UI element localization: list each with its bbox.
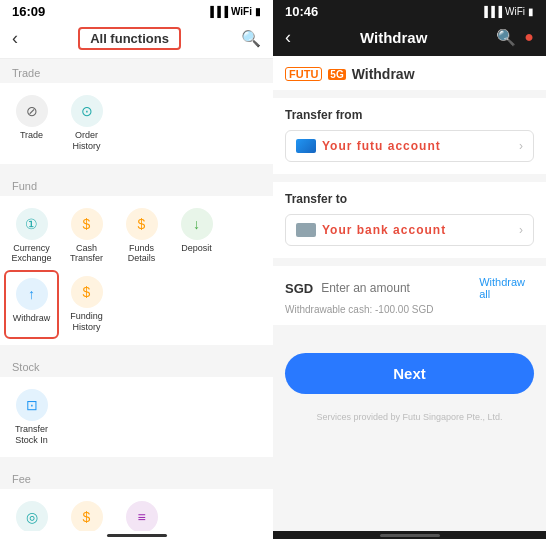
fee-calculator-icon: ◎ [16, 501, 48, 531]
withdraw-label: Withdraw [13, 313, 51, 324]
order-history-label: Order History [61, 130, 112, 152]
sgd-row: SGD Withdraw all [285, 276, 534, 300]
bank-account-icon [296, 223, 316, 237]
funds-details-item[interactable]: $ Funds Details [114, 202, 169, 271]
page-title: Withdraw [360, 29, 427, 46]
back-button-left[interactable]: ‹ [12, 28, 18, 49]
right-panel: 10:46 ▐▐▐ WiFi ▮ ‹ Withdraw 🔍 ● FUTU 5G … [273, 0, 546, 539]
currency-exchange-icon: ① [16, 208, 48, 240]
sgd-label: SGD [285, 281, 313, 296]
transfer-from-section: Transfer from Your futu account › [273, 98, 546, 174]
status-icons-right: ▐▐▐ WiFi ▮ [481, 6, 534, 17]
funding-history-icon: $ [71, 276, 103, 308]
fee-schedule-icon: $ [71, 501, 103, 531]
header-right: ‹ Withdraw 🔍 ● [273, 21, 546, 56]
bank-account-selector[interactable]: Your bank account › [285, 214, 534, 246]
section-fee-label: Fee [0, 465, 273, 489]
currency-exchange-label: Currency Exchange [6, 243, 57, 265]
fee-schedule-item[interactable]: $ Fee Schedule [59, 495, 114, 531]
header-left: ‹ All functions 🔍 [0, 21, 273, 59]
deposit-label: Deposit [181, 243, 212, 254]
withdrawable-info: Withdrawable cash: -100.00 SGD [285, 304, 534, 315]
amount-section: SGD Withdraw all Withdrawable cash: -100… [273, 266, 546, 325]
right-content: FUTU 5G Withdraw Transfer from Your futu… [273, 56, 546, 531]
home-indicator-left [107, 534, 167, 537]
withdraw-title: Withdraw [352, 66, 415, 82]
wifi-icon: WiFi [231, 6, 252, 17]
trade-label: Trade [20, 130, 43, 141]
transfer-to-label: Transfer to [285, 192, 534, 206]
deposit-item[interactable]: ↓ Deposit [169, 202, 224, 271]
withdraw-header: FUTU 5G Withdraw [273, 56, 546, 90]
futu-account-name: Your futu account [322, 139, 441, 153]
order-history-item[interactable]: ⊙ Order History [59, 89, 114, 158]
funding-history-item[interactable]: $ Funding History [59, 270, 114, 339]
trade-icon: ⊘ [16, 95, 48, 127]
next-button[interactable]: Next [285, 353, 534, 394]
battery-icon: ▮ [255, 6, 261, 17]
transfer-stock-label: Transfer Stock In [6, 424, 57, 446]
cash-transfer-label: Cash Transfer [61, 243, 112, 265]
home-indicator-right [380, 534, 440, 537]
funding-history-label: Funding History [61, 311, 112, 333]
withdraw-all-button[interactable]: Withdraw all [479, 276, 534, 300]
bank-account-name: Your bank account [322, 223, 446, 237]
transfer-stock-icon: ⊡ [16, 389, 48, 421]
currency-exchange-item[interactable]: ① Currency Exchange [4, 202, 59, 271]
battery-icon-right: ▮ [528, 6, 534, 17]
my-fees-icon: ≡ [126, 501, 158, 531]
futu-account-selector[interactable]: Your futu account › [285, 130, 534, 162]
funds-details-label: Funds Details [116, 243, 167, 265]
fee-calculator-item[interactable]: ◎ Fee Calculator [4, 495, 59, 531]
section-trade-label: Trade [0, 59, 273, 83]
order-history-icon: ⊙ [71, 95, 103, 127]
funds-details-icon: $ [126, 208, 158, 240]
all-functions-label: All functions [78, 27, 181, 50]
time-right: 10:46 [285, 4, 318, 19]
cash-transfer-item[interactable]: $ Cash Transfer [59, 202, 114, 271]
fee-grid: ◎ Fee Calculator $ Fee Schedule ≡ My Fee… [0, 489, 273, 531]
cash-transfer-icon: $ [71, 208, 103, 240]
search-icon-right[interactable]: 🔍 [496, 28, 516, 47]
chevron-down-icon-futu: › [519, 139, 523, 153]
left-panel: 16:09 ▐▐▐ WiFi ▮ ‹ All functions 🔍 Trade… [0, 0, 273, 539]
amount-input[interactable] [321, 281, 471, 295]
trade-item[interactable]: ⊘ Trade [4, 89, 59, 158]
deposit-icon: ↓ [181, 208, 213, 240]
transfer-to-section: Transfer to Your bank account › [273, 182, 546, 258]
status-icons-left: ▐▐▐ WiFi ▮ [207, 6, 261, 17]
status-bar-left: 16:09 ▐▐▐ WiFi ▮ [0, 0, 273, 21]
my-fees-item[interactable]: ≡ My Fees [114, 495, 169, 531]
bottom-bar-left [0, 531, 273, 539]
section-stock-label: Stock [0, 353, 273, 377]
trade-grid: ⊘ Trade ⊙ Order History [0, 83, 273, 164]
bank-account-left: Your bank account [296, 223, 446, 237]
fund-grid: ① Currency Exchange $ Cash Transfer $ Fu… [0, 196, 273, 345]
futu-account-icon [296, 139, 316, 153]
search-icon-left[interactable]: 🔍 [241, 29, 261, 48]
withdraw-icon: ↑ [16, 278, 48, 310]
signal-icon: ▐▐▐ [207, 6, 228, 17]
transfer-stock-item[interactable]: ⊡ Transfer Stock In [4, 383, 59, 452]
footer-text: Services provided by Futu Singapore Pte.… [273, 404, 546, 432]
withdraw-item[interactable]: ↑ Withdraw [4, 270, 59, 339]
time-left: 16:09 [12, 4, 45, 19]
chevron-down-icon-bank: › [519, 223, 523, 237]
section-fund-label: Fund [0, 172, 273, 196]
next-btn-container: Next [273, 333, 546, 404]
notification-icon[interactable]: ● [524, 28, 534, 47]
stock-grid: ⊡ Transfer Stock In [0, 377, 273, 458]
signal-icon-right: ▐▐▐ [481, 6, 502, 17]
bottom-bar-right [273, 531, 546, 539]
five-g-badge: 5G [328, 69, 345, 80]
futu-badge: FUTU [285, 67, 322, 81]
transfer-from-label: Transfer from [285, 108, 534, 122]
wifi-icon-right: WiFi [505, 6, 525, 17]
header-actions: 🔍 ● [496, 28, 534, 47]
left-content: Trade ⊘ Trade ⊙ Order History Fund ① Cur… [0, 59, 273, 531]
futu-account-left: Your futu account [296, 139, 441, 153]
back-button-right[interactable]: ‹ [285, 27, 291, 48]
status-bar-right: 10:46 ▐▐▐ WiFi ▮ [273, 0, 546, 21]
